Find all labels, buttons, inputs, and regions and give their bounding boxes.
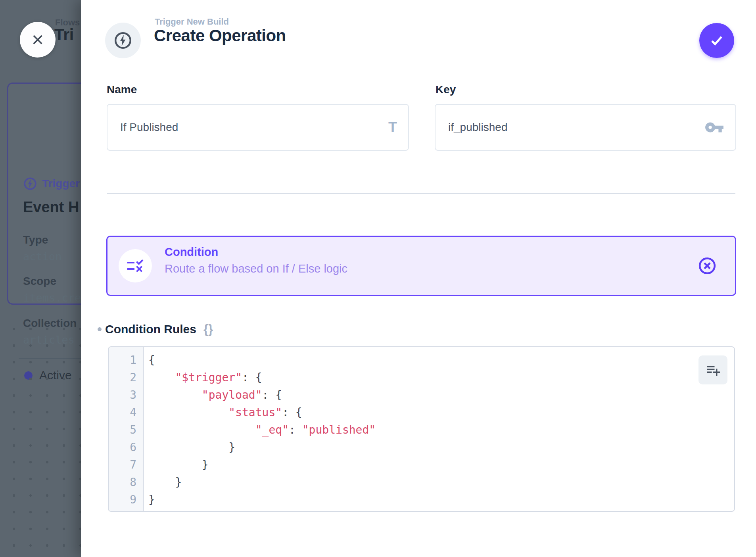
deselect-operation-button[interactable] [698, 256, 717, 275]
operation-card-title: Condition [165, 246, 218, 259]
flow-trigger-panel: Trigger Event H Type action Scope items.… [7, 83, 81, 305]
drawer-title: Create Operation [154, 26, 286, 45]
key-input[interactable]: if_published [435, 104, 736, 151]
name-input[interactable]: If Published T [107, 104, 409, 151]
braces-icon: {} [203, 322, 213, 336]
drawer-header-icon-wrap [105, 23, 141, 58]
panel-title: Event H [23, 199, 79, 216]
key-label: Key [436, 83, 456, 96]
title-case-icon: T [388, 120, 397, 134]
screen: Flows Tri Trigger Event H Type action Sc… [0, 0, 756, 557]
operation-card-subtitle: Route a flow based on If / Else logic [165, 262, 347, 275]
cancel-circle-icon [698, 256, 717, 275]
rule-icon [126, 256, 145, 275]
condition-rules-header: Condition Rules {} [98, 322, 213, 336]
key-icon [704, 117, 724, 137]
create-operation-drawer: Trigger New Build Create Operation Name … [81, 0, 756, 557]
operation-type-card-condition[interactable]: Condition Route a flow based on If / Els… [106, 236, 736, 296]
page-title: Tri [54, 25, 74, 44]
dot-grid-background [0, 313, 81, 557]
playlist-add-icon [705, 362, 721, 378]
section-divider [107, 193, 735, 194]
name-label: Name [107, 83, 137, 96]
bolt-circle-icon [23, 177, 37, 191]
condition-rules-label: Condition Rules [105, 323, 196, 336]
check-icon [708, 32, 725, 49]
panel-header-label: Trigger [42, 177, 80, 190]
name-input-value: If Published [120, 121, 388, 134]
operation-icon-circle [119, 249, 152, 282]
condition-rules-code-editor[interactable]: 123456789 { "$trigger": { "payload": { "… [108, 346, 735, 512]
panel-header: Trigger [23, 177, 80, 191]
panel-field-type: Type action [23, 234, 62, 263]
required-dot [98, 327, 102, 331]
editor-format-button[interactable] [698, 355, 727, 384]
editor-code[interactable]: { "$trigger": { "payload": { "status": {… [144, 347, 734, 511]
key-input-value: if_published [448, 121, 704, 134]
close-drawer-button[interactable] [20, 22, 56, 58]
editor-gutter: 123456789 [109, 347, 144, 511]
background-overlay: Flows Tri Trigger Event H Type action Sc… [0, 0, 81, 557]
close-icon [30, 32, 45, 47]
drawer-breadcrumb: Trigger New Build [155, 17, 229, 27]
save-button[interactable] [699, 23, 734, 58]
bolt-circle-icon [113, 31, 132, 50]
panel-field-scope: Scope items.cre [23, 275, 81, 304]
